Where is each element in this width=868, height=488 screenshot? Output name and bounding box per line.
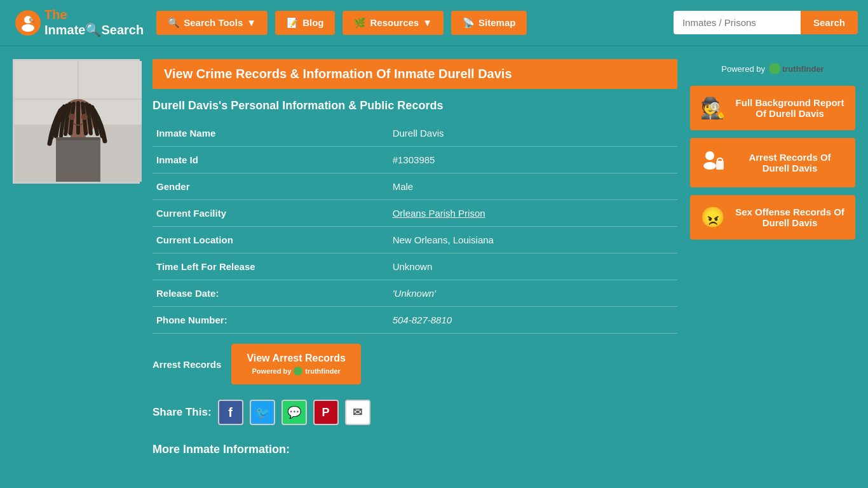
share-row: Share This: f 🐦 💬 P ✉	[153, 400, 855, 425]
table-row: Current LocationNew Orleans, Louisiana	[153, 227, 677, 254]
search-input[interactable]	[674, 11, 801, 34]
sitemap-label: Sitemap	[478, 17, 515, 28]
resources-chevron-icon: ▼	[423, 17, 432, 28]
field-value: 'Unknown'	[389, 280, 677, 307]
logo-text: The Inmate🔍Search	[44, 8, 144, 37]
search-tools-button[interactable]: 🔍 Search Tools ▼	[156, 11, 268, 35]
sidebar-powered-by: Powered by truthfinder	[690, 59, 855, 78]
sex-offense-icon: 😠	[700, 205, 726, 229]
field-label: Current Location	[153, 227, 389, 254]
sidebar-card-background[interactable]: 🕵️ Full Background Report Of Durell Davi…	[690, 86, 855, 130]
field-value: Unknown	[389, 254, 677, 280]
sidebar-card-sex-offense-label: Sex Offense Records Of Durell Davis	[735, 207, 845, 228]
share-email-button[interactable]: ✉	[345, 400, 370, 425]
svg-text:🔍: 🔍	[30, 18, 35, 23]
field-label: Inmate Id	[153, 147, 389, 173]
field-value: 504-827-8810	[389, 307, 677, 334]
field-label: Inmate Name	[153, 120, 389, 147]
inmate-photo	[15, 61, 142, 182]
share-section: Share This: f 🐦 💬 P ✉	[0, 400, 868, 425]
svg-point-12	[81, 114, 88, 120]
blog-label: Blog	[302, 17, 323, 28]
resources-icon: 🌿	[354, 17, 366, 29]
search-button-label: Search	[813, 17, 845, 28]
page-title: View Crime Records & Information Of Inma…	[153, 59, 677, 89]
search-tools-icon: 🔍	[168, 17, 180, 29]
share-whatsapp-button[interactable]: 💬	[281, 400, 307, 425]
table-row: Time Left For ReleaseUnknown	[153, 254, 677, 280]
field-label: Gender	[153, 173, 389, 200]
sidebar: Powered by truthfinder 🕵️ Full Backgroun…	[690, 59, 855, 240]
resources-label: Resources	[370, 17, 419, 28]
facility-link[interactable]: Orleans Parish Prison	[393, 208, 485, 219]
table-row: Release Date:'Unknown'	[153, 280, 677, 307]
navbar: 🔍 The Inmate🔍Search 🔍 Search Tools ▼ 📝 B…	[0, 0, 868, 46]
field-value: Male	[389, 173, 677, 200]
more-info-title: More Inmate Information:	[153, 443, 855, 456]
tf-logo-text: truthfinder	[782, 64, 824, 74]
field-label: Release Date:	[153, 280, 389, 307]
search-container: Search	[674, 11, 858, 34]
background-report-icon: 🕵️	[700, 96, 726, 120]
blog-button[interactable]: 📝 Blog	[275, 11, 335, 35]
inmate-photo-container	[13, 59, 140, 184]
sidebar-card-arrest[interactable]: Arrest Records Of Durell Davis	[690, 138, 855, 187]
tf-logo-icon	[769, 63, 780, 74]
arrest-records-icon	[700, 148, 726, 177]
table-row: Inmate NameDurell Davis	[153, 120, 677, 147]
sitemap-icon: 📡	[463, 17, 475, 29]
blog-icon: 📝	[287, 17, 299, 29]
sidebar-card-background-label: Full Background Report Of Durell Davis	[735, 97, 845, 119]
field-value: Durell Davis	[389, 120, 677, 147]
view-arrest-label: View Arrest Records	[247, 353, 346, 364]
inmate-info-table: Inmate NameDurell DavisInmate Id#1303985…	[153, 120, 677, 334]
field-label: Current Facility	[153, 200, 389, 227]
svg-point-1	[22, 24, 34, 32]
svg-point-15	[703, 162, 716, 170]
tf-logo: truthfinder	[769, 63, 824, 74]
search-tools-chevron-icon: ▼	[247, 17, 256, 28]
logo-icon: 🔍	[15, 10, 41, 36]
share-facebook-button[interactable]: f	[218, 400, 243, 425]
share-twitter-button[interactable]: 🐦	[250, 400, 275, 425]
table-row: Current FacilityOrleans Parish Prison	[153, 200, 677, 227]
share-pinterest-button[interactable]: P	[313, 400, 339, 425]
field-label: Phone Number:	[153, 307, 389, 334]
sidebar-card-arrest-label: Arrest Records Of Durell Davis	[735, 152, 845, 173]
share-label: Share This:	[153, 406, 212, 419]
svg-rect-17	[717, 158, 722, 162]
main-content: View Crime Records & Information Of Inma…	[0, 46, 868, 397]
table-row: Phone Number:504-827-8810	[153, 307, 677, 334]
view-arrest-records-button[interactable]: View Arrest Records Powered by truthfind…	[231, 344, 361, 384]
arrest-records-label: Arrest Records	[153, 359, 221, 370]
search-tools-label: Search Tools	[184, 17, 243, 28]
sitemap-button[interactable]: 📡 Sitemap	[451, 11, 527, 35]
info-panel: View Crime Records & Information Of Inma…	[153, 59, 677, 384]
svg-point-11	[69, 114, 75, 120]
more-info-section: More Inmate Information:	[0, 425, 868, 456]
table-row: GenderMale	[153, 173, 677, 200]
resources-button[interactable]: 🌿 Resources ▼	[342, 11, 444, 35]
logo[interactable]: 🔍 The Inmate🔍Search	[10, 5, 149, 40]
field-value[interactable]: Orleans Parish Prison	[389, 200, 677, 227]
field-value: #1303985	[389, 147, 677, 173]
sidebar-card-sex-offense[interactable]: 😠 Sex Offense Records Of Durell Davis	[690, 195, 855, 240]
field-label: Time Left For Release	[153, 254, 389, 280]
field-value: New Orleans, Louisiana	[389, 227, 677, 254]
svg-point-14	[705, 151, 714, 160]
search-button[interactable]: Search	[801, 11, 858, 34]
svg-rect-8	[56, 137, 100, 182]
table-row: Inmate Id#1303985	[153, 147, 677, 173]
svg-rect-13	[56, 137, 100, 140]
arrest-powered-by: Powered by truthfinder	[252, 367, 341, 376]
personal-info-title: Durell Davis's Personal Information & Pu…	[153, 99, 677, 112]
